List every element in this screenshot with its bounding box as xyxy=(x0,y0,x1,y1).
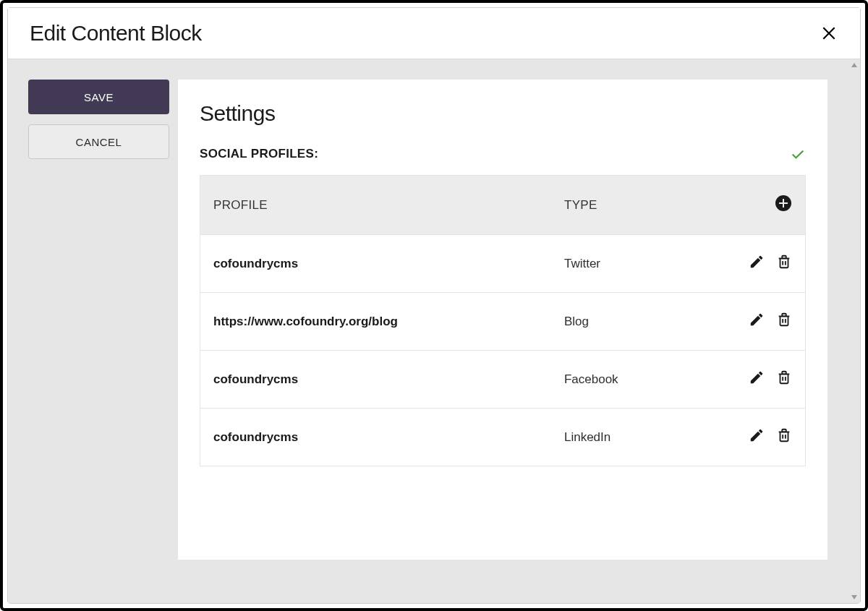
settings-title: Settings xyxy=(200,101,806,126)
cell-actions xyxy=(715,409,806,466)
delete-icon[interactable] xyxy=(776,254,792,270)
cell-type: Twitter xyxy=(551,235,715,293)
delete-icon[interactable] xyxy=(776,427,792,443)
scroll-up-icon[interactable] xyxy=(848,59,860,71)
action-sidebar: SAVE CANCEL xyxy=(8,59,178,603)
cell-profile: cofoundrycms xyxy=(200,235,551,293)
edit-icon[interactable] xyxy=(749,312,765,328)
table-header-row: PROFILE TYPE xyxy=(200,176,806,235)
app-frame: Edit Content Block SAVE CANCEL Settings … xyxy=(0,0,868,611)
scroll-down-icon[interactable] xyxy=(848,591,860,603)
save-button[interactable]: SAVE xyxy=(28,80,169,114)
column-header-type: TYPE xyxy=(551,176,715,235)
edit-content-block-modal: Edit Content Block SAVE CANCEL Settings … xyxy=(7,7,861,604)
cell-type: LinkedIn xyxy=(551,409,715,466)
cell-type: Facebook xyxy=(551,351,715,409)
settings-panel: Settings SOCIAL PROFILES: PROFILE TYPE xyxy=(178,80,827,560)
cell-profile: cofoundrycms xyxy=(200,351,551,409)
cell-actions xyxy=(715,293,806,351)
close-icon[interactable] xyxy=(820,24,838,43)
section-header-row: SOCIAL PROFILES: xyxy=(200,146,806,162)
table-row: https://www.cofoundry.org/blogBlog xyxy=(200,293,806,351)
table-row: cofoundrycmsFacebook xyxy=(200,351,806,409)
cell-type: Blog xyxy=(551,293,715,351)
checkmark-icon xyxy=(790,146,806,162)
edit-icon[interactable] xyxy=(749,427,765,443)
table-row: cofoundrycmsTwitter xyxy=(200,235,806,293)
cell-actions xyxy=(715,351,806,409)
edit-icon[interactable] xyxy=(749,369,765,385)
cell-profile: https://www.cofoundry.org/blog xyxy=(200,293,551,351)
cell-actions xyxy=(715,235,806,293)
modal-body: SAVE CANCEL Settings SOCIAL PROFILES: xyxy=(8,59,860,603)
delete-icon[interactable] xyxy=(776,369,792,385)
column-header-profile: PROFILE xyxy=(200,176,551,235)
table-row: cofoundrycmsLinkedIn xyxy=(200,409,806,466)
modal-title: Edit Content Block xyxy=(30,21,202,46)
vertical-scrollbar[interactable] xyxy=(848,59,860,603)
column-header-actions xyxy=(715,176,806,235)
modal-header: Edit Content Block xyxy=(8,8,860,59)
add-row-icon[interactable] xyxy=(775,195,792,212)
social-profiles-label: SOCIAL PROFILES: xyxy=(200,147,318,161)
edit-icon[interactable] xyxy=(749,254,765,270)
cancel-button[interactable]: CANCEL xyxy=(28,124,169,159)
delete-icon[interactable] xyxy=(776,312,792,328)
cell-profile: cofoundrycms xyxy=(200,409,551,466)
social-profiles-table: PROFILE TYPE cofoundrycmsTwitterhttps://… xyxy=(200,175,806,466)
